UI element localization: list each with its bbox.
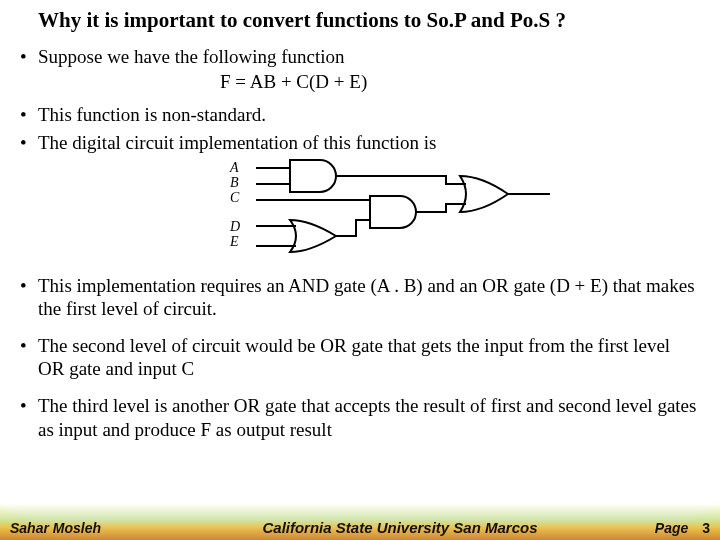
slide-title: Why it is important to convert functions… [20,8,700,33]
and-gate-icon [370,196,416,228]
bullet-list: • Suppose we have the following function… [20,45,700,441]
bullet-dot: • [20,103,38,126]
and-gate-icon [290,160,336,192]
bullet-text: The third level is another OR gate that … [38,394,700,440]
bullet-dot: • [20,274,38,320]
formula: F = AB + C(D + E) [20,70,700,93]
page-label: Page [655,520,688,536]
label-E: E [230,234,240,249]
slide-content: Why it is important to convert functions… [0,0,720,540]
footer-author: Sahar Mosleh [10,520,180,536]
bullet-1: • Suppose we have the following function [20,45,700,68]
label-A: A [230,160,240,175]
circuit-diagram: A B C D E [20,158,700,268]
or-gate-icon [290,220,336,252]
bullet-6: • The third level is another OR gate tha… [20,394,700,440]
footer-page: Page 3 [620,520,710,536]
bullet-text: The second level of circuit would be OR … [38,334,700,380]
or-gate-icon [460,176,508,212]
bullet-text: This function is non-standard. [38,103,700,126]
diagram-input-labels: A B C D E [230,160,240,249]
bullet-2: • This function is non-standard. [20,103,700,126]
slide-footer: Sahar Mosleh California State University… [0,519,720,536]
circuit-svg [250,158,570,268]
bullet-dot: • [20,131,38,154]
bullet-dot: • [20,334,38,380]
bullet-4: • This implementation requires an AND ga… [20,274,700,320]
label-C: C [230,190,240,205]
label-D: D [230,219,240,234]
bullet-dot: • [20,45,38,68]
bullet-text: The digital circuit implementation of th… [38,131,700,154]
footer-university: California State University San Marcos [180,519,620,536]
bullet-dot: • [20,394,38,440]
bullet-text: This implementation requires an AND gate… [38,274,700,320]
bullet-5: • The second level of circuit would be O… [20,334,700,380]
label-B: B [230,175,240,190]
bullet-text: Suppose we have the following function [38,45,700,68]
page-number: 3 [702,520,710,536]
bullet-3: • The digital circuit implementation of … [20,131,700,154]
